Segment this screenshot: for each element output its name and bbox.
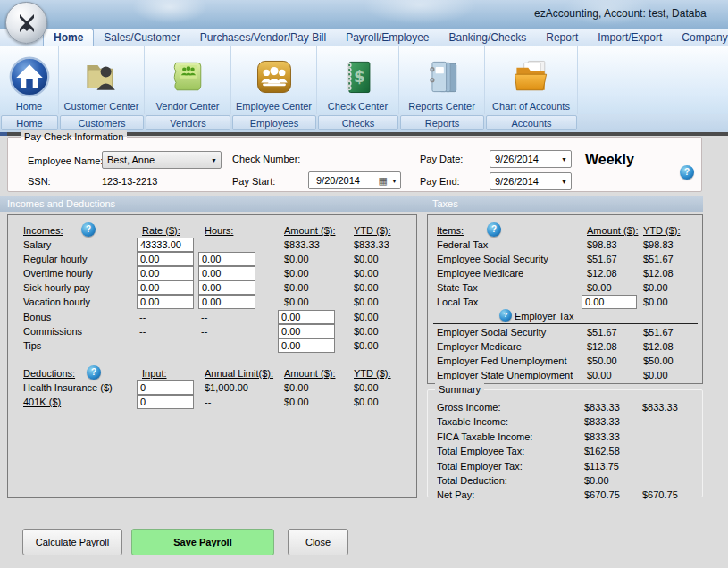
toolbar-customer-center-button[interactable]: Customer Center [59, 46, 145, 114]
close-button[interactable]: Close [288, 529, 348, 555]
caption-accounts[interactable]: Accounts [486, 115, 577, 130]
total-deduction-value: $0.00 [584, 474, 609, 487]
sick-hourly-pay-rate-input[interactable] [137, 280, 194, 295]
401k-row-label[interactable]: 401K ($) [23, 396, 61, 408]
pay-start-datepicker[interactable]: 9/20/2014 ▦ ▼ [308, 171, 401, 189]
pay-start-label: Pay Start: [232, 176, 275, 187]
window-title: ezAccounting, Account: test, Databa [534, 7, 728, 20]
caption-vendors[interactable]: Vendors [146, 115, 230, 130]
caption-home[interactable]: Home [1, 115, 58, 130]
save-payroll-button[interactable]: Save Payroll [131, 529, 274, 555]
employer-state-unemployment-row-label: Employer State Unemployment [437, 369, 573, 381]
total-deduction-label: Total Deduction: [437, 474, 507, 487]
sick-hourly-pay-row-label: Sick hourly pay [23, 281, 90, 294]
total-employee-tax-label: Total Employee Tax: [437, 445, 524, 457]
toolbar-check-center-button[interactable]: $ Check Center [317, 46, 399, 114]
gross-income-ytd-value: $833.33 [642, 401, 678, 413]
salary-rate-input[interactable] [137, 238, 194, 252]
menu-item-report[interactable]: Report [536, 29, 588, 46]
pay-date-dropdown[interactable]: 9/26/2014 ▼ [490, 150, 572, 168]
401k-limit-value: -- [205, 396, 211, 408]
tips-amount-input[interactable] [278, 338, 335, 353]
tips-row-label: Tips [23, 339, 41, 352]
toolbar-reports-center-button[interactable]: Reports Center [399, 46, 485, 114]
vacation-hourly-hours-input[interactable] [198, 295, 255, 309]
chevron-down-icon: ▼ [561, 179, 567, 185]
401k-ytd-value: $0.00 [354, 396, 379, 408]
401k-input[interactable] [137, 395, 194, 409]
toolbar-vendor-center-button[interactable]: Vendor Center [145, 46, 231, 114]
incomes-column-header: Amount ($): [284, 224, 335, 237]
taxes-help-globe-icon[interactable]: ? [487, 222, 501, 237]
employer-tax-help-globe-icon[interactable]: ? [499, 309, 512, 322]
toolbar-vendor-center-label: Vendor Center [156, 101, 220, 112]
caption-checks[interactable]: Checks [318, 115, 398, 130]
ssn-label: SSN: [28, 176, 51, 187]
regular-hourly-hours-input[interactable] [198, 252, 255, 266]
total-employer-tax-label: Total Employer Tax: [437, 460, 523, 472]
pay-date-label: Pay Date: [420, 154, 463, 164]
regular-hourly-row-label: Regular hourly [23, 253, 88, 265]
local-tax-amount-input[interactable] [582, 295, 637, 309]
commissions-row-label: Commissions [23, 325, 82, 338]
pay-end-value: 9/26/2014 [495, 176, 539, 187]
paycheck-help-globe-icon[interactable]: ? [680, 165, 694, 180]
net-pay-value: $670.75 [584, 489, 620, 501]
caption-customers[interactable]: Customers [60, 115, 144, 130]
employee-name-dropdown[interactable]: Best, Anne ▼ [102, 151, 222, 169]
toolbar-customer-center-label: Customer Center [64, 101, 139, 112]
vacation-hourly-rate-input[interactable] [137, 295, 194, 309]
summary-groupbox: Summary Gross Income:$833.33$833.33Taxab… [427, 389, 703, 497]
overtime-hourly-rate-input[interactable] [137, 266, 194, 280]
app-logo-icon[interactable] [5, 2, 47, 44]
caption-employees[interactable]: Employees [232, 115, 316, 130]
employer-state-unemployment-amount-value: $0.00 [587, 369, 612, 381]
401k-amount-value: $0.00 [284, 396, 309, 408]
menu-item-banking-checks[interactable]: Banking/Checks [439, 29, 537, 46]
net-pay-ytd-value: $670.75 [642, 489, 678, 501]
bonus-amount-input[interactable] [278, 310, 335, 324]
toolbar-employee-center-button[interactable]: Employee Center [231, 46, 317, 114]
vendor-center-icon [166, 53, 209, 101]
salary-ytd-value: $833.33 [354, 238, 389, 251]
taxes-section-header: Taxes [432, 198, 458, 209]
toolbar-home-button[interactable]: Home [0, 46, 59, 114]
deductions-help-globe-icon[interactable]: ? [87, 365, 101, 380]
tips-ytd-value: $0.00 [354, 339, 379, 352]
health-insurance-row-label: Health Insurance ($) [23, 381, 113, 394]
taxes-panel: Items:?Amount ($):YTD ($):Federal Tax$98… [427, 214, 703, 384]
employer-social-security-row-label: Employer Social Security [437, 326, 546, 338]
menu-item-import-export[interactable]: Import/Export [588, 29, 672, 46]
toolbar-check-center-label: Check Center [328, 101, 388, 112]
commissions-amount-input[interactable] [278, 324, 335, 338]
health-insurance-input[interactable] [137, 380, 194, 395]
fica-taxable-income-value: $833.33 [584, 430, 620, 443]
menu-item-home[interactable]: Home [43, 29, 94, 46]
regular-hourly-rate-input[interactable] [137, 252, 194, 266]
toolbar-chart-of-accounts-button[interactable]: Chart of Accounts [485, 46, 578, 114]
taxable-income-label: Taxable Income: [437, 415, 508, 428]
check-number-label: Check Number: [232, 154, 300, 164]
svg-text:$: $ [353, 67, 364, 86]
employee-social-security-row-label: Employee Social Security [437, 253, 548, 265]
incomes-help-globe-icon[interactable]: ? [81, 222, 96, 237]
overtime-hourly-hours-input[interactable] [198, 266, 255, 280]
employee-social-security-ytd-value: $51.67 [643, 253, 674, 265]
menu-item-sales-customer[interactable]: Sales/Customer [94, 29, 189, 46]
menu-item-purchases-vendor-pay-bill[interactable]: Purchases/Vendor/Pay Bill [190, 29, 336, 46]
employer-tax-divider [433, 323, 698, 324]
pay-frequency-label: Weekly [585, 152, 634, 168]
menu-item-payroll-employee[interactable]: Payroll/Employee [336, 29, 439, 46]
calculate-payroll-button[interactable]: Calculate Payroll [22, 529, 122, 555]
toolbar-home-label: Home [16, 101, 42, 112]
menu-item-company[interactable]: Company [672, 29, 728, 46]
pay-end-dropdown[interactable]: 9/26/2014 ▼ [490, 172, 572, 190]
toolbar-employee-center-label: Employee Center [236, 101, 312, 112]
deductions-column-title: Deductions: [23, 367, 75, 380]
local-tax-ytd-value: $0.00 [643, 296, 668, 308]
gross-income-label: Gross Income: [437, 401, 501, 413]
chevron-down-icon: ▼ [211, 157, 217, 163]
sick-hourly-pay-hours-input[interactable] [198, 280, 255, 295]
caption-reports[interactable]: Reports [400, 115, 484, 130]
salary-hours-value: -- [201, 238, 207, 251]
